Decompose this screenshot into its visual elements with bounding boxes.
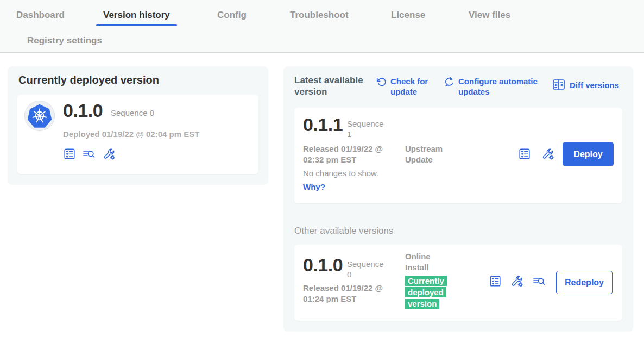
top-nav: Dashboard Version history Config Trouble… xyxy=(0,0,644,53)
latest-sequence: Sequence 1 xyxy=(347,119,386,139)
diff-versions-link[interactable]: Diff versions xyxy=(552,78,619,92)
currently-deployed-badge: Currently deployed version xyxy=(405,276,447,309)
latest-version-card: 0.1.1 Sequence 1 Released 01/19/22 @ 02:… xyxy=(294,108,622,203)
diff-icon[interactable] xyxy=(552,78,566,92)
no-changes-text: No changes to show. xyxy=(303,169,378,178)
release-notes-icon[interactable] xyxy=(532,274,546,288)
latest-update-type: Upstream Update xyxy=(405,144,465,165)
refresh-icon[interactable] xyxy=(376,76,387,87)
other-version-card: 0.1.0 Sequence 0 Online Install Currentl… xyxy=(294,245,622,321)
preflight-checks-icon[interactable] xyxy=(518,147,531,160)
currently-deployed-title: Currently deployed version xyxy=(18,74,159,86)
check-for-update-label: Check for update xyxy=(390,76,440,97)
other-install-type: Online Install xyxy=(405,251,449,273)
deployed-version-number: 0.1.0 xyxy=(63,100,103,121)
tab-troubleshoot[interactable]: Troubleshoot xyxy=(290,10,349,21)
tab-registry-settings[interactable]: Registry settings xyxy=(27,35,102,46)
latest-available-panel: Latest available version Check for updat… xyxy=(283,66,633,332)
other-available-versions-title: Other available versions xyxy=(294,226,393,237)
why-link[interactable]: Why? xyxy=(303,182,325,191)
tab-view-files[interactable]: View files xyxy=(469,10,510,21)
version-history-page: Dashboard Version history Config Trouble… xyxy=(0,0,644,348)
preflight-checks-icon[interactable] xyxy=(63,147,76,160)
currently-deployed-panel: Currently deployed version xyxy=(8,66,268,185)
latest-released-timestamp: Released 01/19/22 @ 02:32 pm EST xyxy=(303,144,402,165)
schedule-update-icon[interactable] xyxy=(444,76,454,87)
currently-deployed-badge-wrap: Currently deployed version xyxy=(405,275,451,309)
preflight-checks-icon[interactable] xyxy=(489,275,502,288)
redeploy-button[interactable]: Redeploy xyxy=(556,271,613,294)
other-released-timestamp: Released 01/19/22 @ 01:24 pm EST xyxy=(303,283,402,304)
kubernetes-logo-icon xyxy=(24,100,55,132)
tab-license[interactable]: License xyxy=(391,10,425,21)
deployed-version-card: 0.1.0 Sequence 0 Deployed 01/19/22 @ 02:… xyxy=(17,95,258,174)
other-version-number: 0.1.0 xyxy=(303,254,343,276)
other-sequence: Sequence 0 xyxy=(347,259,386,279)
deploy-button[interactable]: Deploy xyxy=(563,142,614,166)
latest-available-title: Latest available version xyxy=(294,74,370,97)
tab-config[interactable]: Config xyxy=(217,10,247,21)
tab-version-history[interactable]: Version history xyxy=(103,10,170,21)
deployed-timestamp: Deployed 01/19/22 @ 02:04 pm EST xyxy=(63,129,199,139)
latest-version-number: 0.1.1 xyxy=(303,114,343,135)
tab-dashboard[interactable]: Dashboard xyxy=(16,10,65,21)
deployed-sequence: Sequence 0 xyxy=(111,108,154,118)
diff-versions-label: Diff versions xyxy=(570,80,619,90)
configure-automatic-updates-link[interactable]: Configure automatic updates xyxy=(444,76,550,97)
config-values-icon[interactable] xyxy=(541,147,555,161)
configure-automatic-updates-label: Configure automatic updates xyxy=(458,76,550,97)
check-for-update-link[interactable]: Check for update xyxy=(376,76,440,97)
config-values-icon[interactable] xyxy=(510,274,524,288)
release-notes-icon[interactable] xyxy=(82,147,96,161)
config-values-icon[interactable] xyxy=(102,147,116,161)
